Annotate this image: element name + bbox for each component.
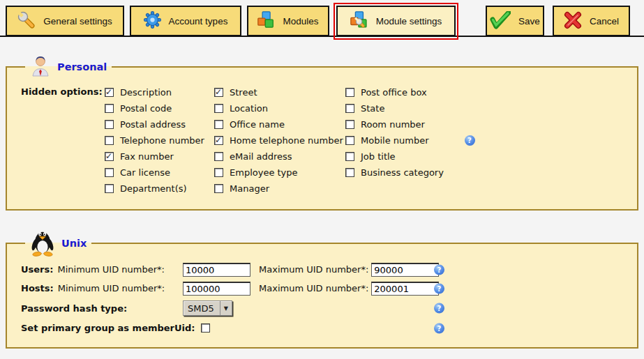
chevron-down-icon bbox=[220, 301, 232, 315]
section-title: Personal bbox=[57, 61, 107, 72]
option-label: Telephone number bbox=[120, 135, 204, 146]
toolbar: General settings Account types bbox=[0, 0, 644, 38]
section-title: Unix bbox=[61, 238, 87, 249]
select-value: SMD5 bbox=[184, 301, 220, 315]
checkbox[interactable] bbox=[345, 120, 354, 129]
checkbox[interactable] bbox=[345, 152, 354, 161]
tab-label: Account types bbox=[169, 16, 228, 26]
checkbox[interactable] bbox=[345, 88, 354, 97]
checkbox[interactable] bbox=[105, 136, 114, 145]
tab-module-settings[interactable]: Module settings bbox=[336, 6, 456, 36]
button-label: Cancel bbox=[590, 16, 619, 26]
hidden-options-label: Hidden options: bbox=[21, 84, 105, 197]
option-room-number[interactable]: Room number bbox=[345, 119, 507, 130]
hosts-max-uid-input[interactable] bbox=[371, 282, 439, 296]
personal-section: Personal Hidden options: Description Str… bbox=[6, 54, 638, 211]
checkbox[interactable] bbox=[105, 152, 114, 161]
tab-account-types[interactable]: Account types bbox=[130, 6, 241, 36]
users-min-uid-label: Users:Minimum UID number*: bbox=[21, 264, 183, 275]
option-street[interactable]: Street bbox=[214, 87, 345, 98]
option-departments[interactable]: Department(s) bbox=[105, 183, 214, 194]
option-label: Postal address bbox=[120, 119, 186, 130]
checkmark-icon bbox=[490, 11, 511, 31]
option-label: State bbox=[361, 103, 384, 114]
member-uid-row: Set primary group as memberUid: bbox=[21, 319, 630, 337]
option-label: Home telephone number bbox=[230, 135, 343, 146]
option-label: Street bbox=[230, 87, 257, 98]
checkbox[interactable] bbox=[214, 184, 223, 193]
option-postal-address[interactable]: Postal address bbox=[105, 119, 214, 130]
hosts-min-uid-input[interactable] bbox=[183, 282, 250, 296]
checkbox[interactable] bbox=[214, 168, 223, 177]
option-label: Room number bbox=[361, 119, 425, 130]
checkbox[interactable] bbox=[214, 120, 223, 129]
option-office-name[interactable]: Office name bbox=[214, 119, 345, 130]
help-icon[interactable] bbox=[434, 303, 444, 314]
password-hash-select[interactable]: SMD5 bbox=[183, 300, 232, 316]
tab-label: Module settings bbox=[376, 16, 442, 26]
checkbox[interactable] bbox=[105, 168, 114, 177]
users-uid-row: Users:Minimum UID number*: Maximum UID n… bbox=[21, 260, 630, 279]
option-home-telephone-number[interactable]: Home telephone number bbox=[214, 135, 345, 146]
option-telephone-number[interactable]: Telephone number bbox=[105, 135, 214, 146]
gear-icon bbox=[144, 11, 161, 31]
option-car-license[interactable]: Car license bbox=[105, 167, 214, 178]
hidden-options-grid: Description Street Post office box Posta… bbox=[105, 84, 507, 197]
option-location[interactable]: Location bbox=[214, 103, 345, 114]
option-business-category[interactable]: Business category bbox=[345, 167, 507, 178]
checkbox[interactable] bbox=[345, 136, 354, 145]
checkbox[interactable] bbox=[214, 104, 223, 113]
personal-legend: Personal bbox=[25, 54, 112, 79]
hosts-min-uid-label: Hosts:Minimum UID number*: bbox=[21, 283, 183, 293]
option-label: Job title bbox=[361, 151, 396, 162]
checkbox[interactable] bbox=[214, 88, 223, 97]
checkbox[interactable] bbox=[214, 152, 223, 161]
users-max-uid-input[interactable] bbox=[371, 263, 439, 277]
checkbox[interactable] bbox=[105, 120, 114, 129]
option-manager[interactable]: Manager bbox=[214, 183, 345, 194]
help-icon[interactable] bbox=[434, 283, 444, 293]
checkbox[interactable] bbox=[105, 184, 114, 193]
option-employee-type[interactable]: Employee type bbox=[214, 167, 345, 178]
option-fax-number[interactable]: Fax number bbox=[105, 151, 214, 162]
hosts-max-uid-label: Maximum UID number*: bbox=[259, 283, 368, 293]
option-label: Manager bbox=[230, 183, 269, 194]
tab-modules[interactable]: Modules bbox=[247, 6, 329, 36]
save-button[interactable]: Save bbox=[486, 6, 544, 36]
person-icon bbox=[30, 54, 51, 79]
button-label: Save bbox=[518, 16, 540, 26]
help-icon[interactable] bbox=[434, 264, 444, 275]
users-min-uid-input[interactable] bbox=[183, 263, 250, 277]
hosts-uid-row: Hosts:Minimum UID number*: Maximum UID n… bbox=[21, 279, 630, 298]
option-label: Employee type bbox=[230, 167, 298, 178]
cancel-button[interactable]: Cancel bbox=[553, 6, 630, 36]
option-state[interactable]: State bbox=[345, 103, 507, 114]
x-icon bbox=[564, 11, 582, 31]
hidden-options-row: Hidden options: Description Street Post … bbox=[21, 84, 630, 197]
tab-general-settings[interactable]: General settings bbox=[6, 6, 124, 36]
checkbox[interactable] bbox=[105, 104, 114, 113]
option-label: Business category bbox=[361, 167, 444, 178]
option-email-address[interactable]: eMail address bbox=[214, 151, 345, 162]
option-postal-code[interactable]: Postal code bbox=[105, 103, 214, 114]
option-label: eMail address bbox=[230, 151, 292, 162]
wrench-icon bbox=[17, 11, 36, 31]
option-post-office-box[interactable]: Post office box bbox=[345, 87, 507, 98]
checkbox[interactable] bbox=[105, 88, 114, 97]
checkbox[interactable] bbox=[345, 168, 354, 177]
option-mobile-number[interactable]: Mobile number bbox=[345, 135, 507, 146]
option-label: Car license bbox=[120, 167, 170, 178]
member-uid-checkbox[interactable] bbox=[201, 323, 210, 333]
help-icon[interactable] bbox=[434, 323, 444, 333]
unix-legend: Unix bbox=[25, 227, 91, 259]
option-label: Mobile number bbox=[361, 135, 429, 146]
member-uid-label: Set primary group as memberUid: bbox=[21, 323, 195, 333]
option-label: Office name bbox=[230, 119, 285, 130]
option-job-title[interactable]: Job title bbox=[345, 151, 507, 162]
checkbox[interactable] bbox=[345, 104, 354, 113]
checkbox[interactable] bbox=[214, 136, 223, 145]
option-label: Location bbox=[230, 103, 268, 114]
cubes-icon bbox=[257, 11, 275, 31]
option-description[interactable]: Description bbox=[105, 87, 214, 98]
help-icon[interactable] bbox=[465, 135, 475, 146]
